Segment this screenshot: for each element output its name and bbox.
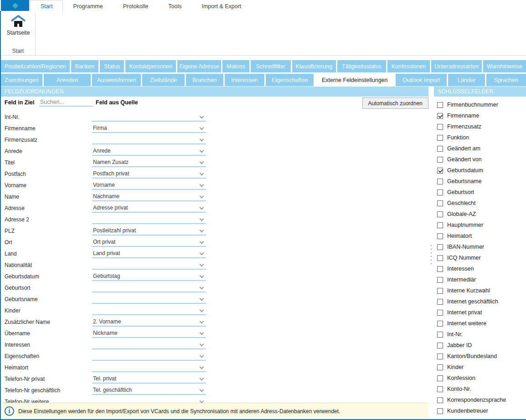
checkbox[interactable] xyxy=(437,332,443,338)
key-field-item[interactable]: Hauptnummer xyxy=(434,220,526,230)
checkbox[interactable] xyxy=(437,375,443,381)
source-field-dropdown[interactable]: Tel. privat xyxy=(92,374,206,384)
source-field-dropdown[interactable] xyxy=(92,351,206,361)
category-tab[interactable]: Ausweisformen xyxy=(92,74,141,86)
category-tab[interactable]: Externe Feldeinstellungen xyxy=(315,74,394,86)
source-field-dropdown[interactable]: Adresse privat xyxy=(92,203,206,213)
key-field-item[interactable]: Kanton/Bundesland xyxy=(434,351,526,362)
source-field-dropdown[interactable] xyxy=(92,282,206,292)
key-field-item[interactable]: Funktion xyxy=(434,132,526,143)
checkbox[interactable] xyxy=(437,277,443,283)
checkbox[interactable] xyxy=(437,222,443,228)
key-field-item[interactable]: Jabber ID xyxy=(434,340,526,351)
checkbox[interactable] xyxy=(437,200,443,206)
category-tab[interactable]: Länder xyxy=(448,74,485,86)
key-field-item[interactable]: Geburtsname xyxy=(434,176,526,187)
category-tab[interactable]: Kontaktpersonen xyxy=(125,60,176,72)
category-tab[interactable]: Klassifizierung xyxy=(292,60,336,72)
key-field-item[interactable]: Internet privat xyxy=(434,307,526,318)
ribbon-tab[interactable]: Import & Export xyxy=(191,0,251,12)
key-field-item[interactable]: Geändert von xyxy=(434,154,526,165)
category-tab[interactable]: Tätigkeitsstatus xyxy=(337,60,386,72)
key-field-item[interactable]: Geburtsdatum xyxy=(434,165,526,176)
checkbox[interactable] xyxy=(437,146,443,152)
key-field-item[interactable]: Int-Nr. xyxy=(434,329,526,340)
key-field-item[interactable]: Internet geschäftlich xyxy=(434,296,526,307)
key-field-item[interactable]: Interne Kurzwahl xyxy=(434,285,526,296)
checkbox[interactable] xyxy=(437,386,443,392)
source-field-dropdown[interactable]: Ort privat xyxy=(92,237,206,247)
category-tab[interactable]: Warnhinweise xyxy=(483,60,526,72)
source-field-dropdown[interactable]: Tel. geschäftlich xyxy=(92,385,206,395)
category-tab[interactable]: Konfessionen xyxy=(387,60,430,72)
source-field-dropdown[interactable] xyxy=(92,134,206,144)
startseite-button[interactable]: Startseite xyxy=(3,14,33,46)
checkbox[interactable] xyxy=(437,288,443,294)
key-field-item[interactable]: Firmenbuchnummer xyxy=(434,99,526,110)
key-field-item[interactable]: Geburtsort xyxy=(434,187,526,198)
checkbox[interactable] xyxy=(437,102,443,108)
checkbox[interactable] xyxy=(437,364,443,370)
key-field-item[interactable]: IBAN-Nummer xyxy=(434,241,526,252)
checkbox[interactable] xyxy=(437,135,443,141)
source-field-dropdown[interactable]: Anrede xyxy=(92,146,206,156)
source-field-dropdown[interactable]: Nickname xyxy=(92,328,206,338)
category-tab[interactable]: Eigene Adresse xyxy=(177,60,221,72)
app-menu-button[interactable] xyxy=(1,0,29,11)
source-field-dropdown[interactable]: Namen Zusatz xyxy=(92,157,206,167)
category-tab[interactable]: Zivilstände xyxy=(142,74,185,86)
checkbox[interactable] xyxy=(437,397,443,403)
checkbox[interactable] xyxy=(437,310,443,316)
checkbox[interactable] xyxy=(437,255,443,261)
source-field-dropdown[interactable]: 2. Vorname xyxy=(92,317,206,327)
key-field-item[interactable]: Konfession xyxy=(434,373,526,384)
checkbox[interactable] xyxy=(437,168,443,174)
category-tab[interactable]: Zuordnungen xyxy=(1,74,42,86)
ribbon-tab[interactable]: Protokolle xyxy=(113,0,159,12)
key-field-item[interactable]: Geändert am xyxy=(434,143,526,154)
checkbox[interactable] xyxy=(437,244,443,250)
key-field-item[interactable]: Kinder xyxy=(434,362,526,373)
key-field-item[interactable]: Globale-AZ xyxy=(434,209,526,220)
key-field-item[interactable]: Konto-Nr. xyxy=(434,384,526,394)
category-tab[interactable]: Status xyxy=(100,60,124,72)
checkbox[interactable] xyxy=(437,353,443,359)
checkbox[interactable] xyxy=(437,266,443,272)
key-field-item[interactable]: Geschlecht xyxy=(434,198,526,209)
key-field-item[interactable]: Korrespondenzsprache xyxy=(434,394,526,405)
category-tab[interactable]: Branchen xyxy=(186,74,223,86)
category-tab[interactable]: Postleitzahlen/Regionen xyxy=(1,60,70,72)
checkbox[interactable] xyxy=(437,233,443,239)
key-field-item[interactable]: Kundenbetreuer xyxy=(434,405,526,416)
source-field-dropdown[interactable] xyxy=(92,214,206,224)
source-field-dropdown[interactable]: Geburtstag xyxy=(92,271,206,281)
checkbox[interactable] xyxy=(437,157,443,163)
checkbox[interactable] xyxy=(437,179,443,184)
category-tab[interactable]: Eigenschaften xyxy=(266,74,314,86)
key-field-item[interactable]: Intermediär xyxy=(434,274,526,285)
category-tab[interactable]: Outlook Import xyxy=(396,74,447,86)
source-field-dropdown[interactable] xyxy=(92,396,206,403)
ribbon-tab[interactable]: Programme xyxy=(63,0,113,12)
key-field-item[interactable]: Interessen xyxy=(434,263,526,274)
category-tab[interactable]: Sprachen xyxy=(486,74,526,86)
source-field-dropdown[interactable]: Nachname xyxy=(92,191,206,201)
source-field-dropdown[interactable]: Vorname xyxy=(92,180,206,190)
key-field-item[interactable]: Firmenname xyxy=(434,110,526,121)
source-field-dropdown[interactable] xyxy=(92,260,206,270)
ribbon-tab[interactable]: Start xyxy=(30,0,63,12)
source-field-dropdown[interactable]: Postleitzahl privat xyxy=(92,225,206,236)
category-tab[interactable]: Makros xyxy=(222,60,249,72)
key-field-item[interactable]: Firmenzusatz xyxy=(434,121,526,132)
checkbox[interactable] xyxy=(437,343,443,348)
category-tab[interactable]: Interessen xyxy=(225,74,264,86)
checkbox[interactable] xyxy=(437,299,443,305)
source-field-dropdown[interactable] xyxy=(92,362,206,372)
search-input[interactable] xyxy=(39,98,93,107)
auto-assign-button[interactable]: Automatisch zuordnen xyxy=(362,97,428,109)
source-field-dropdown[interactable] xyxy=(92,305,206,315)
source-field-dropdown[interactable] xyxy=(92,294,206,304)
source-field-dropdown[interactable]: Postfach privat xyxy=(92,169,206,179)
checkbox[interactable] xyxy=(437,190,443,195)
category-tab[interactable]: Anreden xyxy=(44,74,91,86)
